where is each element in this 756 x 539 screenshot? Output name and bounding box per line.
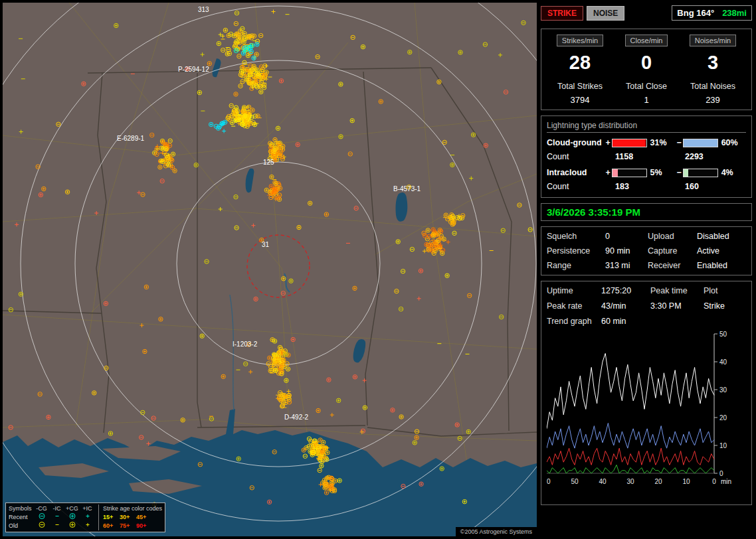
noises-per-min-button[interactable]: Noises/min — [690, 35, 736, 46]
plot-value: Strike — [704, 301, 746, 311]
squelch-value: 0 — [605, 232, 648, 241]
range-value: 313 mi — [605, 261, 648, 270]
peak-time-value: 3:30 PM — [650, 301, 704, 311]
cg-negative-count: 2293 — [685, 152, 746, 161]
lightning-map[interactable]: 313P-2594-12E-6289-1125B-4573-131I-1203-… — [3, 3, 537, 536]
cg-negative-percent: 60% — [718, 138, 746, 147]
minus-sign: − — [675, 138, 683, 147]
total-strikes-label: Total Strikes — [547, 82, 613, 91]
strikes-per-min-value: 28 — [547, 52, 613, 74]
copyright-text: ©2005 Astrogenic Systems — [456, 527, 537, 536]
noise-mode-button[interactable]: NOISE — [587, 6, 624, 21]
distribution-section: Lightning type distribution Cloud-ground… — [541, 116, 752, 198]
range-label: Range — [547, 261, 605, 270]
persistence-label: Persistence — [547, 246, 605, 256]
svg-text:40: 40 — [719, 358, 727, 366]
ic-negative-count: 160 — [685, 182, 746, 191]
settings-section: Squelch 0 Upload Disabled Persistence 90… — [541, 226, 752, 275]
capture-status: Active — [697, 246, 746, 256]
rates-section: Strikes/min 28 Total Strikes 3794 Close/… — [541, 29, 752, 110]
squelch-label: Squelch — [547, 232, 605, 241]
old-strike-symbols — [34, 521, 95, 531]
plus-sign: + — [604, 168, 612, 177]
map-canvas[interactable]: 313P-2594-12E-6289-1125B-4573-131I-1203-… — [3, 3, 537, 536]
svg-text:0: 0 — [712, 478, 716, 485]
peak-rate-value: 43/min — [601, 301, 650, 311]
svg-text:I-1203-2: I-1203-2 — [233, 341, 258, 348]
upload-label: Upload — [648, 232, 697, 241]
cg-count-label: Count — [547, 152, 607, 161]
trend-graph-label: Trend graph — [547, 317, 601, 326]
upload-status: Disabled — [697, 232, 746, 241]
persistence-value: 90 min — [605, 246, 648, 256]
svg-text:30: 30 — [626, 478, 634, 485]
svg-text:0: 0 — [719, 470, 723, 477]
svg-text:30: 30 — [719, 386, 727, 394]
svg-text:D-492-2: D-492-2 — [284, 414, 309, 421]
total-strikes-value: 3794 — [547, 95, 613, 105]
trend-graph: 010203040506050403020100min — [547, 330, 746, 497]
cg-negative-bar — [683, 139, 717, 147]
legend-recent-label: Recent — [9, 513, 34, 522]
svg-text:E-6289-1: E-6289-1 — [117, 135, 145, 142]
close-per-min-value: 0 — [613, 52, 680, 74]
bearing-display: Bng 164° 238mi — [672, 5, 752, 21]
svg-text:50: 50 — [719, 331, 727, 338]
uptime-value: 1275:20 — [601, 286, 650, 295]
svg-text:10: 10 — [682, 478, 690, 485]
date-time-display: 3/6/2026 3:35:19 PM — [541, 203, 752, 221]
cg-positive-percent: 31% — [647, 138, 675, 147]
trend-section: Uptime 1275:20 Peak time Plot Peak rate … — [541, 281, 752, 505]
total-close-value: 1 — [613, 95, 680, 105]
ic-count-label: Count — [547, 182, 607, 191]
cg-positive-bar — [612, 139, 646, 147]
minus-sign: − — [675, 168, 683, 177]
svg-text:60: 60 — [547, 478, 551, 485]
noises-per-min-value: 3 — [680, 52, 746, 74]
bearing-distance: 238mi — [722, 8, 747, 18]
legend-symbols-title: Symbols — [9, 504, 34, 513]
age-codes-row-1: 15+30+45+ — [103, 513, 162, 522]
bearing-value: Bng 164° — [677, 8, 714, 18]
legend-old-label: Old — [9, 522, 34, 530]
svg-text:125: 125 — [263, 159, 274, 166]
receiver-label: Receiver — [648, 261, 697, 270]
ic-positive-bar — [612, 169, 646, 177]
plot-label: Plot — [704, 286, 746, 295]
close-per-min-button[interactable]: Close/min — [625, 35, 668, 46]
legend-age-title: Strike age color codes — [103, 504, 162, 513]
svg-text:B-4573-1: B-4573-1 — [393, 185, 421, 193]
map-legend: Symbols -CG -IC +CG +IC Recent Old Strik… — [5, 502, 165, 532]
peak-rate-label: Peak rate — [547, 301, 601, 311]
total-noises-label: Total Noises — [680, 82, 746, 91]
mode-toolbar: STRIKE NOISE Bng 164° 238mi — [541, 5, 752, 21]
age-codes-row-2: 60+75+90+ — [103, 522, 162, 530]
svg-text:40: 40 — [599, 478, 607, 485]
ic-negative-percent: 4% — [718, 168, 746, 177]
plus-sign: + — [604, 138, 612, 147]
ic-negative-bar — [683, 169, 717, 177]
capture-label: Capture — [648, 246, 697, 256]
ic-positive-count: 183 — [615, 182, 676, 191]
cloud-ground-label: Cloud-ground — [547, 138, 604, 147]
svg-text:10: 10 — [719, 442, 727, 449]
svg-text:31: 31 — [262, 241, 270, 248]
ic-positive-percent: 5% — [647, 168, 675, 177]
trend-window-value: 60 min — [601, 317, 650, 326]
peak-time-label: Peak time — [650, 286, 704, 295]
svg-text:20: 20 — [719, 414, 727, 422]
svg-text:20: 20 — [654, 478, 662, 485]
svg-text:min: min — [721, 478, 731, 485]
side-panel: STRIKE NOISE Bng 164° 238mi Strikes/min … — [541, 5, 752, 505]
strikes-per-min-button[interactable]: Strikes/min — [557, 35, 603, 46]
app-window: 313P-2594-12E-6289-1125B-4573-131I-1203-… — [0, 0, 756, 539]
strike-mode-button[interactable]: STRIKE — [541, 6, 583, 21]
uptime-label: Uptime — [547, 286, 601, 295]
total-noises-value: 239 — [680, 95, 746, 105]
cg-positive-count: 1158 — [615, 152, 676, 161]
svg-text:P-2594-12: P-2594-12 — [178, 66, 209, 73]
intracloud-label: Intracloud — [547, 168, 604, 177]
svg-text:50: 50 — [571, 478, 579, 485]
svg-text:313: 313 — [198, 6, 209, 13]
total-close-label: Total Close — [613, 82, 680, 91]
